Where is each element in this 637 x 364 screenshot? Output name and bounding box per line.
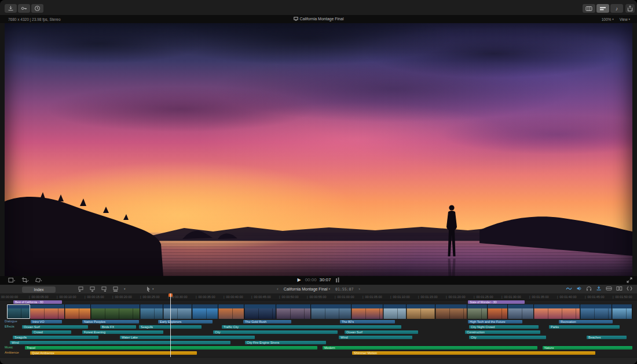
video-clip[interactable]: Island Sunset (65, 304, 91, 319)
video-clip-thumbnail (407, 308, 435, 319)
audio-clip[interactable]: High Tech and the Future (468, 320, 522, 323)
video-clip[interactable]: Big Sur (580, 304, 612, 319)
audio-clip[interactable]: Seagulls (13, 336, 98, 339)
video-clip-header: Bay Bridge Sunset (352, 304, 383, 308)
keyword-range[interactable]: Best of California - 3D (13, 300, 62, 304)
audio-skimming-toggle-icon[interactable] (576, 286, 582, 291)
timeline-icon (599, 6, 606, 12)
video-clip[interactable]: Timelapse GGB (218, 304, 244, 319)
video-clip[interactable]: Redwoods (91, 304, 140, 319)
audio-clip[interactable]: Quiet Ambience (30, 351, 197, 355)
video-clip[interactable]: Palace of Fine Arts (276, 304, 311, 319)
audio-clip-name: Early Explorers (158, 320, 213, 323)
timeline-toggle-button[interactable] (596, 4, 609, 13)
audio-clip[interactable]: Early Explorers (158, 320, 213, 323)
play-button[interactable]: ▶ (297, 277, 301, 282)
video-clip[interactable]: GGB Sunset (488, 304, 508, 319)
audio-clip[interactable]: The 80's (340, 320, 395, 323)
video-clip[interactable]: Lake Tahoe (192, 304, 218, 319)
audio-clip[interactable]: Recreation (559, 320, 613, 323)
video-clip[interactable]: South Shore (140, 304, 163, 319)
playhead[interactable] (170, 293, 171, 357)
audio-clip[interactable]: City (469, 336, 546, 339)
audio-clip[interactable]: Modern (323, 346, 537, 350)
audio-clip[interactable]: City Night Crowd (469, 325, 539, 329)
video-clip[interactable]: Lands End Sunset (30, 304, 65, 319)
video-clip[interactable]: Above San Francisco (311, 304, 352, 319)
audio-clip[interactable]: Shimmer Motion (352, 351, 595, 355)
video-clip-header: Redwoods (91, 304, 140, 308)
audio-clip[interactable]: Parks (549, 325, 620, 329)
video-clip[interactable]: Bodie State Park (435, 304, 467, 319)
video-clip[interactable]: Coit Tower (383, 304, 407, 319)
ruler-tick: | 00:00:55:00 (307, 295, 327, 299)
audio-clip[interactable]: Wind (339, 336, 412, 339)
browser-toggle-button[interactable] (583, 4, 595, 13)
audio-clip[interactable]: Birds FX (100, 325, 136, 329)
ruler-tick: | 00:01:10:00 (390, 295, 410, 299)
video-clip[interactable]: Sunset Beach (534, 304, 580, 319)
keyword-range[interactable]: State of Wonder - 3D (468, 300, 525, 304)
snapping-toggle-icon[interactable] (596, 286, 602, 291)
key-icon (21, 5, 27, 12)
audio-clip[interactable]: City (213, 330, 338, 334)
audio-clip[interactable]: Traffic City (222, 325, 401, 329)
video-clip[interactable]: SF City Hall (508, 304, 534, 319)
video-clip[interactable]: Lombard St. (467, 304, 488, 319)
timeline-footer (0, 357, 637, 364)
ruler-tick: | 00:01:15:00 (418, 295, 438, 299)
video-clip[interactable]: Big Sur (163, 304, 192, 319)
background-tasks-button[interactable] (31, 4, 43, 13)
viewer-zoom-dropdown[interactable]: 100% ▾ (602, 17, 614, 21)
video-clip[interactable]: Tahoe (612, 304, 632, 319)
video-clip[interactable]: Bay Bridge Sunset (352, 304, 383, 319)
audio-clip[interactable]: Nature (543, 346, 632, 350)
video-clip[interactable]: Mojave Desert (407, 304, 435, 319)
video-clip-header: Lombard St. (467, 304, 487, 308)
audio-clip[interactable]: Crowd (32, 330, 71, 334)
audio-clip-name: High Tech and the Future (468, 320, 522, 323)
share-button[interactable] (625, 4, 635, 13)
audio-clip-name: Traffic City (222, 325, 401, 329)
audio-clip[interactable]: Wind (10, 341, 230, 344)
video-clip[interactable]: Ferry Building (244, 304, 276, 319)
fullscreen-button[interactable] (627, 277, 632, 283)
audio-clip-name: Shimmer Motion (352, 351, 595, 355)
ruler-tick: | 00:00:15:00 (85, 295, 104, 299)
audio-clip[interactable]: City Fire Engine Sirens (245, 341, 326, 344)
audio-clip[interactable]: Ocean Surf (22, 325, 88, 329)
video-clip-header: Coit Tower (383, 304, 406, 308)
ruler-tick: | 00:01:25:00 (474, 295, 493, 299)
audio-clip[interactable]: Native Peoples (82, 320, 139, 323)
audio-clip-name: Crowd (32, 330, 71, 334)
video-clip-thumbnail (163, 308, 192, 319)
video-clip-thumbnail (435, 308, 467, 319)
audio-clip[interactable]: Ocean Surf (345, 330, 418, 334)
skimming-toggle-icon[interactable] (566, 286, 572, 291)
effects-browser-button[interactable] (616, 286, 623, 291)
video-clip[interactable]: Misty Shore (7, 304, 30, 319)
audio-clip[interactable]: Beaches (587, 336, 627, 339)
audio-clip[interactable]: Water Lake (120, 336, 255, 339)
clip-appearance-button[interactable] (606, 286, 612, 291)
video-clip-header: SF City Hall (508, 304, 533, 308)
timeline-index-button[interactable] (627, 286, 632, 291)
media-inspector-toggle-button[interactable]: ♪ (610, 4, 623, 13)
keyword-editor-button[interactable] (18, 4, 30, 13)
audio-clip[interactable]: Forest Evening (82, 330, 163, 334)
viewer-view-dropdown[interactable]: View ▾ (620, 17, 630, 21)
import-media-button[interactable] (5, 4, 17, 13)
audio-meters-icon[interactable] (335, 277, 340, 282)
audio-clip[interactable]: Travel (25, 346, 317, 350)
previous-project-button[interactable]: ‹ (277, 286, 279, 292)
timeline-tracks: Best of California - 3DState of Wonder -… (0, 300, 637, 357)
solo-toggle-icon[interactable] (586, 286, 592, 291)
audio-clip[interactable]: Construction (465, 330, 540, 334)
video-clip-header: Sunset Beach (534, 304, 580, 308)
audio-clip[interactable]: Intro VO (31, 320, 62, 323)
project-name-dropdown[interactable]: California Montage Final ▾ (284, 287, 330, 291)
next-project-button[interactable]: › (358, 286, 360, 292)
timeline-ruler[interactable]: 00:00:00:00| 00:00:05:00| 00:00:10:00| 0… (0, 293, 637, 300)
audio-clip-name: The Gold Rush (243, 320, 291, 323)
audio-clip[interactable]: The Gold Rush (243, 320, 291, 323)
